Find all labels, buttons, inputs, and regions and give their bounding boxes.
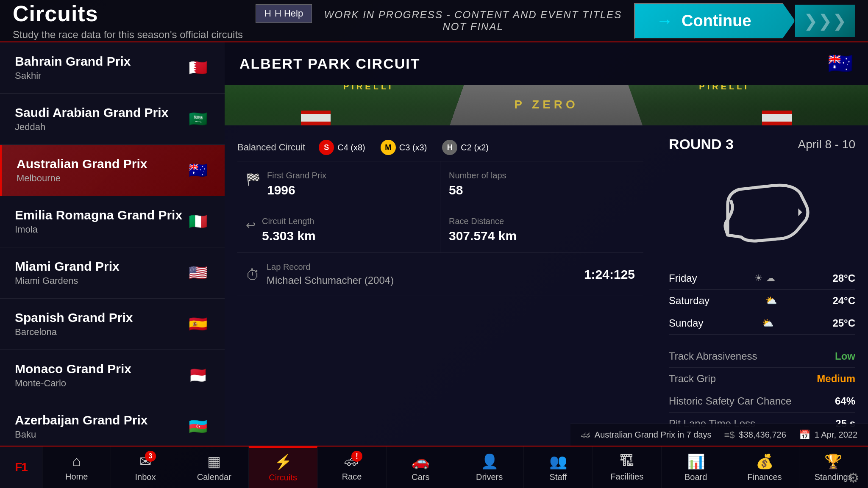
finances-label: Finances [747, 472, 782, 482]
circuit-item-miami[interactable]: Miami Grand Prix Miami Gardens 🇺🇸 [0, 247, 225, 299]
nav-drivers[interactable]: 👤 Drivers [455, 446, 524, 488]
length-icon: ↩ [246, 218, 256, 232]
friday-temp: 28°C [832, 272, 855, 284]
board-icon: 📊 [687, 453, 705, 470]
inbox-label: Inbox [135, 472, 156, 482]
circuit-item-monaco[interactable]: Monaco Grand Prix Monte-Carlo 🇲🇨 [0, 350, 225, 401]
event-icon: 🏎 [581, 430, 590, 441]
nav-race[interactable]: 🏎 Race ! [317, 446, 386, 488]
circuit-flag: 🇦🇿 [186, 418, 210, 435]
nav-board[interactable]: 📊 Board [662, 446, 730, 488]
nav-cars[interactable]: 🚗 Cars [387, 446, 455, 488]
continue-label: Continue [682, 12, 751, 30]
bottom-nav: F1 ⌂ Home ✉ Inbox 3 ▦ Calendar ⚡ Circuit… [0, 446, 868, 488]
safety-car-value: 64% [835, 395, 855, 407]
settings-button[interactable]: ⚙ [847, 470, 860, 486]
abrasiveness-value: Low [835, 350, 855, 362]
staff-icon: 👥 [549, 453, 567, 470]
continue-arrow-icon: → [656, 11, 673, 30]
circuit-city: Baku [15, 429, 147, 440]
status-event-text: Australian Grand Prix in 7 days [595, 430, 712, 440]
track-map-container [669, 166, 855, 259]
balanced-circuit-label: Balanced Circuit [237, 142, 305, 153]
circuit-detail-header: ALBERT PARK CIRCUIT 🇦🇺 [225, 42, 868, 85]
lap-record-label: Lap Record [267, 262, 578, 272]
circuit-item-australia[interactable]: Australian Grand Prix Melbourne 🇦🇺 [0, 145, 225, 196]
compound-soft-badge: S [319, 140, 334, 155]
status-date: 📅 1 Apr, 2022 [799, 430, 857, 441]
length-value: 5.303 km [262, 229, 316, 243]
saturday-label: Saturday [669, 295, 709, 307]
round-number: ROUND 3 [669, 136, 734, 152]
compound-hard-label: C2 (x2) [461, 143, 489, 152]
circuit-item-bahrain[interactable]: Bahrain Grand Prix Sakhir 🇧🇭 [0, 42, 225, 94]
circuit-city: Melbourne [17, 173, 147, 184]
drivers-icon: 👤 [481, 453, 498, 470]
nav-finances[interactable]: 💰 Finances [730, 446, 799, 488]
nav-circuits[interactable]: ⚡ Circuits [249, 446, 317, 488]
flag-history-icon: 🏁 [246, 172, 261, 186]
laps-value: 58 [449, 183, 506, 197]
f1-logo-container: F1 [0, 446, 42, 488]
pirelli-text-right: PIRELLI [699, 85, 749, 92]
circuit-detail-name: ALBERT PARK CIRCUIT [239, 55, 420, 72]
circuit-flag: 🇸🇦 [186, 110, 210, 128]
stat-length: ↩ Circuit Length 5.303 km [237, 207, 440, 253]
saturday-weather-icon: ⛅ [765, 295, 777, 306]
weather-section: Friday ☀ ☁ 28°C Saturday ⛅ 24°C Sunday ⛅… [669, 267, 855, 335]
status-money-text: $38,436,726 [739, 430, 786, 440]
race-badge: ! [351, 451, 362, 462]
first-gp-label: First Grand Prix [267, 171, 326, 180]
help-label: H Help [275, 8, 303, 19]
saturday-temp: 24°C [832, 295, 855, 307]
friday-weather-icon: ☀ ☁ [754, 273, 775, 284]
circuit-item-emilia[interactable]: Emilia Romagna Grand Prix Imola 🇮🇹 [0, 196, 225, 247]
status-event: 🏎 Australian Grand Prix in 7 days [581, 430, 712, 441]
home-icon: ⌂ [72, 453, 81, 469]
track-image: PIRELLI ZERO PIRELLI P ZERO [225, 85, 868, 125]
continue-button[interactable]: → Continue [634, 3, 795, 39]
stat-distance: Race Distance 307.574 km [440, 207, 643, 253]
svg-marker-0 [798, 208, 802, 216]
round-dates: April 8 - 10 [798, 138, 855, 151]
compound-soft-label: C4 (x8) [337, 143, 365, 152]
calendar-label: Calendar [197, 472, 231, 482]
nav-inbox[interactable]: ✉ Inbox 3 [111, 446, 180, 488]
track-abrasiveness-row: Track Abrasiveness Low [669, 345, 855, 368]
compound-medium-badge: M [381, 140, 396, 155]
circuit-city: Imola [15, 224, 182, 235]
circuit-item-saudi[interactable]: Saudi Arabian Grand Prix Jeddah 🇸🇦 [0, 94, 225, 145]
circuit-detail-flag: 🇦🇺 [828, 52, 853, 75]
circuit-item-spanish[interactable]: Spanish Grand Prix Barcelona 🇪🇸 [0, 299, 225, 350]
nav-calendar[interactable]: ▦ Calendar [180, 446, 249, 488]
nav-staff[interactable]: 👥 Staff [524, 446, 593, 488]
circuit-stats-left: Balanced Circuit S C4 (x8) M C3 (x3) H C… [225, 125, 656, 446]
money-icon: ≡$ [724, 430, 734, 441]
compound-badges: S C4 (x8) M C3 (x3) H C2 (x2) [319, 140, 489, 155]
round-panel: ROUND 3 April 8 - 10 Friday [656, 125, 868, 446]
circuit-info-panel: Balanced Circuit S C4 (x8) M C3 (x3) H C… [225, 125, 868, 446]
distance-label: Race Distance [449, 216, 635, 226]
circuit-name: Saudi Arabian Grand Prix [15, 105, 168, 120]
lap-record-row: ⏱ Lap Record Michael Schumacher (2004) 1… [237, 253, 643, 296]
chevrons-decoration: ❯❯❯ [795, 5, 855, 37]
main-content: Bahrain Grand Prix Sakhir 🇧🇭 Saudi Arabi… [0, 42, 868, 446]
circuit-name: Miami Grand Prix [15, 259, 120, 274]
weather-saturday: Saturday ⛅ 24°C [669, 290, 855, 312]
compound-hard-badge: H [442, 140, 457, 155]
circuit-city: Monte-Carlo [15, 378, 131, 389]
sunday-temp: 25°C [832, 317, 855, 329]
nav-facilities[interactable]: 🏗 Facilities [593, 446, 662, 488]
circuit-flag: 🇲🇨 [186, 366, 210, 384]
abrasiveness-label: Track Abrasiveness [669, 350, 757, 362]
weather-friday: Friday ☀ ☁ 28°C [669, 267, 855, 290]
track-map-svg [703, 174, 821, 250]
pirelli-text-left: PIRELLI [343, 85, 394, 92]
nav-home[interactable]: ⌂ Home [42, 446, 111, 488]
page-subtitle: Study the race data for this season's of… [13, 29, 243, 41]
help-button[interactable]: H H Help [256, 4, 312, 23]
grip-label: Track Grip [669, 373, 716, 385]
circuit-item-azerbaijan[interactable]: Azerbaijan Grand Prix Baku 🇦🇿 [0, 401, 225, 446]
grip-value: Medium [817, 373, 855, 385]
top-left-section: Circuits Study the race data for this se… [13, 1, 243, 41]
